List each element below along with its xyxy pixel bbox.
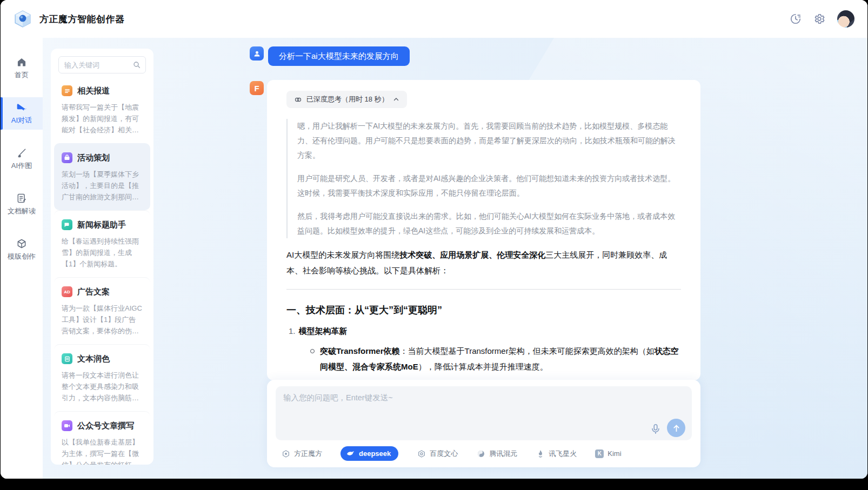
nav-item-template-create[interactable]: 模版创作 [1, 233, 43, 266]
template-title: 公众号文章撰写 [77, 421, 134, 431]
model-item-baidu-wenxin[interactable]: 百度文心 [417, 449, 458, 459]
microphone-icon[interactable] [650, 423, 662, 435]
template-item-headline-assistant[interactable]: 新闻标题助手 给【春运遇到持续性强雨雪】的新闻报道，生成【1】个新闻标题。 [54, 210, 150, 277]
settings-gear-icon[interactable] [813, 13, 825, 25]
event-planning-icon [62, 152, 72, 163]
answer-bullets: 突破Transformer依赖：当前大模型基于Transformer架构，但未来… [286, 343, 681, 380]
template-title: 相关报道 [77, 86, 110, 96]
kimi-icon: K [595, 449, 604, 458]
xunfei-spark-flame-icon [536, 449, 545, 458]
user-message-bubble[interactable]: 分析一下ai大模型未来的发展方向 [268, 46, 410, 66]
answer-intro-text: AI大模型的未来发展方向将围绕 [286, 250, 399, 259]
template-item-text-polish[interactable]: 文本润色 请将一段文本进行润色让整个文本更具感染力和吸引力，文本内容伤脑筋啊可怜… [54, 344, 150, 411]
deepseek-whale-icon [346, 449, 355, 458]
template-title: 活动策划 [77, 153, 110, 163]
answer-divider [286, 289, 681, 290]
chevron-up-icon [393, 96, 399, 103]
template-item-ad-copy[interactable]: AD 广告文案 请为一款【媒体行业AIGC工具】设计【1】段广告营销文案，要体你… [54, 277, 150, 344]
headline-assistant-icon [62, 219, 72, 230]
model-label: 百度文心 [430, 449, 458, 459]
message-input[interactable] [276, 386, 692, 440]
document-pen-icon [16, 193, 27, 204]
composer-card: 方正魔方 deepseek 百度文心 腾讯混元 [267, 380, 700, 467]
search-icon[interactable] [132, 61, 141, 69]
thinking-paragraph: 用户可能是研究人员、开发者，或者是对AI感兴趣的企业决策者。他们可能想知道未来的… [297, 171, 681, 200]
answer-bullet-1: 突破Transformer依赖：当前大模型基于Transformer架构，但未来… [310, 343, 681, 374]
model-item-tencent-hunyuan[interactable]: 腾讯混元 [476, 449, 517, 459]
template-desc: 以【我单位新春走基层】为主体，撰写一篇在【微信】公众号发布的红红你就开... [62, 437, 143, 465]
model-item-kimi[interactable]: K Kimi [595, 449, 621, 458]
thinking-block: 嗯，用户让我解析一下AI大模型的未来发展方向。首先，我需要回顾当前的技术趋势，比… [286, 119, 681, 238]
deepthink-icon [294, 96, 302, 104]
nav-label: AI作图 [11, 161, 32, 171]
template-title: 新闻标题助手 [77, 220, 126, 230]
model-item-deepseek[interactable]: deepseek [340, 446, 398, 461]
answer-section-title: 一、技术层面：从“更大”到“更聪明” [286, 304, 681, 317]
template-title: 文本润色 [77, 354, 110, 364]
nav-label: 文档解读 [8, 206, 36, 216]
model-label: Kimi [607, 449, 621, 458]
thinking-paragraph: 然后，我得考虑用户可能没直接说出来的需求。比如，他们可能关心AI大模型如何在实际… [297, 209, 681, 238]
model-label: 方正魔方 [294, 449, 322, 459]
answer-intro-bold: 技术突破、应用场景扩展、伦理安全深化 [399, 250, 545, 259]
nav-label: 模版创作 [8, 252, 36, 261]
text-polish-icon [62, 353, 72, 364]
template-panel: 相关报道 请帮我写一篇关于【地震频发】的新闻报道，有可能对【社会经济】相关的有关… [51, 49, 153, 465]
fangzheng-cube-icon [281, 449, 290, 458]
model-selector-row: 方正魔方 deepseek 百度文心 腾讯混元 [276, 446, 692, 461]
nav-item-ai-image[interactable]: AI作图 [1, 143, 43, 175]
search-bar [58, 56, 146, 73]
answer-intro: AI大模型的未来发展方向将围绕技术突破、应用场景扩展、伦理安全深化三大主线展开，… [286, 247, 681, 278]
arrow-up-icon [672, 424, 681, 433]
wechat-article-icon [62, 420, 72, 431]
baidu-wenxin-icon [417, 449, 426, 458]
model-label: deepseek [359, 449, 391, 458]
history-icon[interactable] [790, 13, 802, 25]
deep-think-toggle[interactable]: 已深度思考（用时 18 秒） [286, 91, 407, 108]
thinking-paragraph: 嗯，用户让我解析一下AI大模型的未来发展方向。首先，我需要回顾当前的技术趋势，比… [297, 119, 681, 163]
model-item-fangzheng[interactable]: 方正魔方 [281, 449, 322, 459]
app-title: 方正魔方智能创作器 [39, 13, 125, 25]
deep-think-label: 已深度思考（用时 18 秒） [306, 95, 389, 104]
bullet-text: ：当前大模型基于Transformer架构，但未来可能探索更高效的架构（如 [400, 346, 655, 355]
nav-item-home[interactable]: 首页 [1, 52, 43, 84]
ai-message-avatar: F [250, 81, 264, 95]
cube-icon [16, 238, 27, 249]
app-window: 方正魔方智能创作器 首页 AI对话 AI作图 [1, 0, 867, 479]
model-label: 讯飞星火 [549, 449, 577, 459]
tencent-hunyuan-icon [476, 449, 485, 458]
model-label: 腾讯混元 [489, 449, 517, 459]
template-desc: 给【春运遇到持续性强雨雪】的新闻报道，生成【1】个新闻标题。 [62, 236, 143, 270]
template-desc: 请为一款【媒体行业AIGC工具】设计【1】段广告营销文案，要体你的伤口考... [62, 303, 143, 337]
answer-list-item-1: 1. 模型架构革新 [286, 326, 681, 337]
composer-input-box [276, 386, 692, 440]
ad-copy-icon: AD [62, 286, 72, 297]
template-item-wechat-article[interactable]: 公众号文章撰写 以【我单位新春走基层】为主体，撰写一篇在【微信】公众号发布的红红… [54, 411, 150, 465]
chat-bubble-icon [16, 102, 27, 113]
brush-icon [16, 147, 27, 158]
nav-item-doc-reading[interactable]: 文档解读 [1, 188, 43, 220]
nav-item-ai-chat[interactable]: AI对话 [1, 97, 43, 130]
news-report-icon [62, 85, 72, 96]
template-desc: 请将一段文本进行润色让整个文本更具感染力和吸引力，文本内容伤脑筋啊可怜... [62, 370, 143, 404]
template-desc: 请帮我写一篇关于【地震频发】的新闻报道，有可能对【社会经济】相关的有关... [62, 102, 143, 136]
bullet-text: ），降低计算成本并提升推理速度。 [418, 362, 548, 371]
ai-message-card: 已深度思考（用时 18 秒） 嗯，用户让我解析一下AI大模型的未来发展方向。首先… [267, 80, 700, 380]
bullet-bold: 突破Transformer依赖 [320, 346, 400, 355]
list-label: 模型架构革新 [299, 326, 348, 337]
nav-label: 首页 [15, 70, 29, 80]
app-header: 方正魔方智能创作器 [1, 0, 867, 38]
template-item-news-report[interactable]: 相关报道 请帮我写一篇关于【地震频发】的新闻报道，有可能对【社会经济】相关的有关… [54, 77, 150, 143]
nav-label: AI对话 [11, 116, 32, 125]
user-profile-avatar[interactable] [837, 10, 854, 28]
template-item-event-planning[interactable]: 活动策划 策划一场【夏季媒体下乡活动】，主要目的是【推广甘南的旅游文刹那间上课是… [54, 143, 150, 210]
app-logo-icon [14, 10, 32, 28]
header-actions [790, 10, 854, 28]
user-message-avatar [250, 46, 264, 61]
home-icon [16, 57, 27, 68]
template-title: 广告文案 [77, 287, 110, 297]
model-item-xunfei-spark[interactable]: 讯飞星火 [536, 449, 577, 459]
left-nav: 首页 AI对话 AI作图 文档解读 模版创作 [1, 38, 43, 479]
template-desc: 策划一场【夏季媒体下乡活动】，主要目的是【推广甘南的旅游文刹那间上课是... [62, 169, 143, 203]
send-button[interactable] [667, 419, 685, 437]
